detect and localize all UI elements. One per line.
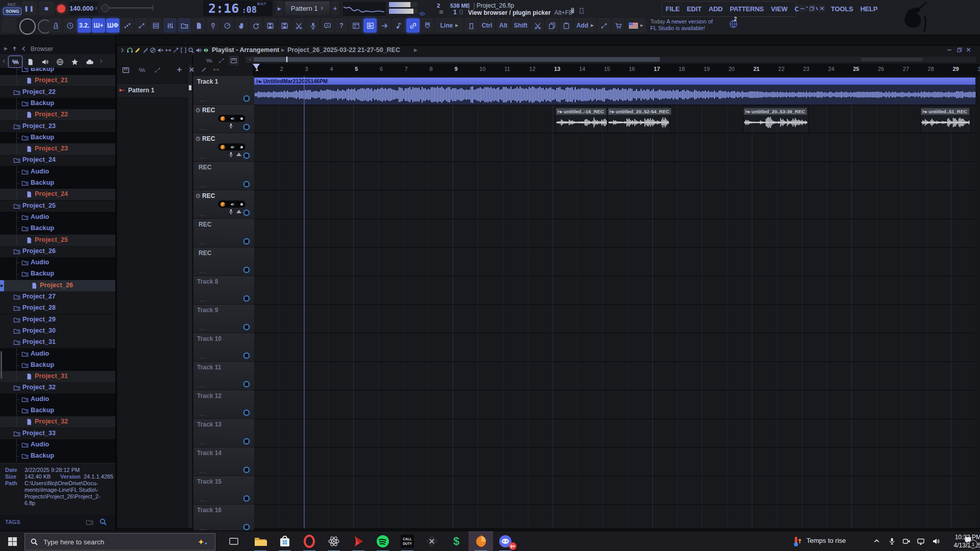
track-header-13[interactable]: Track 13... — [193, 419, 254, 447]
paint-tool-icon[interactable] — [142, 47, 149, 54]
playlist-v-scroll-strip[interactable] — [975, 76, 979, 529]
track-select-ring[interactable] — [243, 381, 250, 387]
tree-item-project_30-23[interactable]: Project_30 — [0, 325, 115, 337]
browser-collapse-icon[interactable]: ▶ — [4, 46, 8, 51]
track-select-ring[interactable] — [243, 153, 250, 159]
strike-icon[interactable] — [201, 66, 207, 73]
taskbar-app-atom-app[interactable] — [322, 531, 346, 551]
automation-mode-icon[interactable] — [218, 57, 225, 64]
taskbar-app-cash-app[interactable]: $ — [444, 531, 469, 551]
record-dot-icon[interactable] — [240, 146, 243, 148]
tempo-display[interactable]: 140.000 ⬍ — [69, 2, 98, 15]
pat-mode-label[interactable]: PAT — [4, 2, 19, 7]
shop-cart-button[interactable] — [611, 18, 625, 33]
tree-item-project_26-19[interactable]: ▶Project_26 — [0, 280, 115, 291]
taskbar-app-discord[interactable]: 9+ — [493, 531, 518, 551]
pause-button[interactable]: ❚❚ — [21, 2, 37, 15]
record-button[interactable] — [57, 5, 65, 13]
track-header-5[interactable]: REC... — [193, 190, 254, 219]
tree-item-project_24-8[interactable]: Project_24 — [0, 155, 115, 166]
track-header-12[interactable]: Track 12... — [193, 390, 254, 419]
track-header-15[interactable]: Track 15... — [193, 476, 254, 505]
tags-folder-icon[interactable] — [86, 518, 93, 526]
tab-cloud[interactable] — [82, 56, 96, 68]
playlist-restore-icon[interactable] — [957, 47, 963, 53]
track-options[interactable]: ... — [200, 97, 207, 103]
tree-item-backup-26[interactable]: Backup — [0, 360, 115, 371]
tags-search-icon[interactable] — [99, 518, 107, 526]
tab-sounds[interactable] — [38, 56, 52, 68]
pattern-prev-button[interactable]: ▶ — [276, 2, 283, 15]
audio-clip-rec-2[interactable]: ⊦▸ untitled_20..52-54_REC — [607, 106, 670, 133]
piano-view-icon[interactable] — [122, 66, 130, 74]
track-select-ring[interactable] — [243, 124, 250, 130]
track-speaker-icon[interactable] — [230, 116, 235, 121]
tree-item-project_26-16[interactable]: Project_26 — [0, 246, 115, 257]
browser-back-icon[interactable] — [20, 45, 27, 52]
tab-favorites[interactable] — [67, 56, 82, 68]
delete-bin-button[interactable] — [464, 18, 478, 33]
weather-text[interactable]: Temps to rise — [806, 537, 846, 544]
pattern-selector[interactable]: Pattern 1 ⬍ — [285, 2, 330, 15]
audio-clip-main[interactable]: ⊦▸ UntitledMar212025146PM — [254, 77, 978, 105]
tray-volume-icon[interactable] — [932, 537, 940, 545]
save-version-button[interactable] — [278, 18, 291, 33]
menu-edit[interactable]: EDIT — [683, 5, 705, 13]
track-header-8[interactable]: Track 8... — [193, 276, 254, 305]
track-header-7[interactable]: REC... — [193, 247, 254, 276]
pattern-spinner[interactable]: ⬍ — [321, 6, 324, 11]
tree-item-backup-10[interactable]: Backup — [0, 178, 115, 189]
track-mic-icon[interactable] — [228, 209, 234, 214]
taskbar-search-box[interactable]: Type here to search ✦✦ — [24, 533, 215, 550]
eye-icon[interactable] — [419, 10, 426, 17]
slip-tool-icon[interactable] — [165, 47, 172, 54]
search-highlights-icon[interactable]: ✦✦ — [198, 537, 208, 547]
cut-button[interactable] — [292, 18, 305, 33]
tree-item-project_31-24[interactable]: Project_31 — [0, 337, 115, 348]
track-rec-controls[interactable] — [218, 115, 246, 122]
track-select-ring[interactable] — [243, 181, 250, 187]
track-speaker-icon[interactable] — [230, 202, 235, 207]
track-options[interactable]: ... — [200, 211, 207, 217]
taskbar-app-media-player[interactable] — [346, 531, 371, 551]
alt-key-button[interactable]: Alt — [496, 18, 510, 33]
controller-button[interactable] — [220, 18, 234, 33]
tab-audio[interactable] — [8, 56, 22, 68]
taskbar-app-x-app[interactable] — [420, 531, 444, 551]
track-select-ring[interactable] — [243, 438, 250, 444]
tree-item-backup-3[interactable]: Backup — [0, 98, 115, 109]
typing-countdown-button[interactable]: 3.2. — [78, 18, 91, 33]
track-select-ring[interactable] — [243, 267, 250, 273]
tree-item-project_33-32[interactable]: Project_33 — [0, 428, 115, 439]
track-select-ring[interactable] — [243, 467, 250, 473]
tree-item-backup-6[interactable]: Backup — [0, 132, 115, 143]
playlist-h-scrollbar[interactable] — [254, 57, 976, 62]
tree-item-project_23-7[interactable]: Project_23 — [0, 143, 115, 155]
track-header-11[interactable]: Track 11... — [193, 362, 254, 390]
help-button[interactable]: ? — [335, 18, 348, 33]
tree-item-project_32-31[interactable]: Project_32 — [0, 416, 115, 428]
tray-chevron-icon[interactable] — [873, 537, 880, 545]
oscilloscope[interactable] — [342, 1, 387, 17]
tree-item-project_32-28[interactable]: Project_32 — [0, 382, 115, 393]
menu-file[interactable]: FILE — [662, 5, 683, 13]
tree-item-project_22-4[interactable]: Project_22 — [0, 109, 115, 120]
close-button[interactable] — [818, 5, 826, 12]
tree-item-audio-17[interactable]: Audio — [0, 257, 115, 268]
touch-button[interactable] — [235, 18, 248, 33]
clear-icon[interactable] — [188, 66, 195, 73]
save-button[interactable] — [263, 18, 277, 33]
track-header-4[interactable]: REC... — [193, 162, 254, 190]
track-mic-icon[interactable] — [228, 152, 234, 157]
track-select-ring[interactable] — [243, 95, 250, 102]
link-controller-button[interactable] — [406, 18, 420, 33]
menu-help[interactable]: HELP — [856, 5, 881, 13]
solo-headphones-icon[interactable] — [127, 47, 133, 54]
track-expand-icon[interactable] — [236, 153, 241, 156]
track-options[interactable]: ... — [200, 154, 207, 160]
tree-item-project_25-15[interactable]: Project_25 — [0, 235, 115, 246]
slide-view-icon[interactable] — [154, 66, 161, 74]
prev-next-icon[interactable] — [203, 47, 209, 54]
plugin-button[interactable] — [206, 18, 219, 33]
pattern-list-item[interactable]: ▶• Pattern 1 — [117, 85, 188, 96]
